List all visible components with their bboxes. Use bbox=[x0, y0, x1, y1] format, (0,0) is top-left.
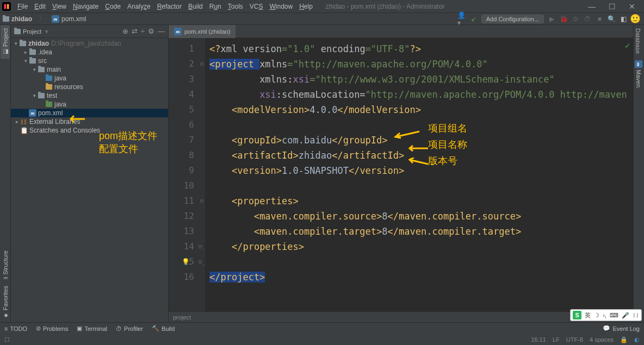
menu-tools[interactable]: Tools bbox=[225, 3, 246, 10]
left-tab-structure[interactable]: ⫴ Structure bbox=[1, 247, 10, 283]
tool-event-log[interactable]: 💬 Event Log bbox=[603, 325, 640, 332]
menu-run[interactable]: Run bbox=[206, 3, 225, 10]
menu-navigate[interactable]: Navigate bbox=[70, 3, 102, 10]
annotation-arrow-icon bbox=[407, 145, 429, 152]
left-tab-favorites[interactable]: ★ Favorites bbox=[1, 283, 10, 322]
ime-punct-icon[interactable]: ›, bbox=[603, 312, 606, 318]
tree-root[interactable]: ▾zhidaoD:\Program_java\zhidao bbox=[11, 39, 168, 48]
gear-icon[interactable]: ⚙ bbox=[148, 27, 154, 35]
tree-pom[interactable]: mpom.xml bbox=[11, 109, 168, 117]
status-lock-icon[interactable]: 🔒 bbox=[620, 336, 628, 343]
menu-analyze[interactable]: Analyze bbox=[124, 3, 154, 10]
menu-file[interactable]: File bbox=[14, 3, 31, 10]
annotation-version: 版本号 bbox=[428, 153, 457, 168]
profile-icon[interactable]: ⏱ bbox=[583, 15, 592, 23]
run-icon[interactable]: ▶ bbox=[547, 15, 556, 23]
tool-profiler[interactable]: ⏱ Profiler bbox=[116, 325, 143, 332]
right-tab-database[interactable]: Database bbox=[634, 25, 642, 57]
left-tab-project[interactable]: ◧ Project bbox=[1, 25, 10, 59]
breadcrumb-file[interactable]: mpom.xml bbox=[49, 15, 89, 23]
editor-breadcrumb[interactable]: project bbox=[169, 311, 633, 322]
close-button[interactable]: ✕ bbox=[622, 2, 642, 11]
ime-mic-icon[interactable]: 🎤 bbox=[622, 312, 629, 319]
status-position[interactable]: 16:11 bbox=[531, 336, 546, 343]
navigation-bar: zhidao 〉 mpom.xml 👤▾ ↙ Add Configuration… bbox=[0, 13, 644, 25]
window-title: zhidao - pom.xml (zhidao) - Administrato… bbox=[326, 3, 581, 10]
minimize-button[interactable]: ― bbox=[581, 2, 602, 11]
status-encoding[interactable]: UTF-8 bbox=[566, 336, 583, 343]
tree-java[interactable]: java bbox=[11, 74, 168, 83]
menu-vcs[interactable]: VCS bbox=[246, 3, 267, 10]
back-arrow-icon[interactable]: ↙ bbox=[469, 15, 478, 23]
dropdown-icon[interactable]: ▼ bbox=[44, 28, 49, 35]
menu-build[interactable]: Build bbox=[185, 3, 206, 10]
menu-code[interactable]: Code bbox=[102, 3, 124, 10]
svg-rect-1 bbox=[7, 4, 9, 9]
status-line-ending[interactable]: LF bbox=[553, 336, 560, 343]
expand-icon[interactable]: ⇄ bbox=[132, 27, 138, 35]
ime-keyboard-icon[interactable]: ⌨ bbox=[610, 312, 618, 319]
debug-icon[interactable]: 🐞 bbox=[559, 15, 568, 23]
breadcrumb-root[interactable]: zhidao bbox=[0, 15, 35, 23]
status-mem-icon[interactable]: ◐ bbox=[634, 336, 640, 343]
hide-icon[interactable]: — bbox=[158, 27, 165, 35]
status-indent[interactable]: 4 spaces bbox=[590, 336, 614, 343]
tree-src[interactable]: ▾src bbox=[11, 57, 168, 65]
tool-build[interactable]: 🔨 Build bbox=[152, 325, 175, 332]
tree-scratches[interactable]: 📋Scratches and Consoles bbox=[11, 126, 168, 135]
search-icon[interactable]: 🔍 bbox=[607, 15, 616, 23]
menu-edit[interactable]: Edit bbox=[31, 3, 49, 10]
menu-refactor[interactable]: Refactor bbox=[154, 3, 185, 10]
ime-lang[interactable]: 英 bbox=[585, 311, 591, 319]
status-tips-icon[interactable]: ☐ bbox=[4, 336, 10, 343]
tree-resources[interactable]: resources bbox=[11, 83, 168, 91]
menu-help[interactable]: Help bbox=[296, 3, 316, 10]
folder-icon bbox=[29, 49, 36, 55]
annotation-arrow-icon bbox=[393, 129, 420, 139]
folder-icon bbox=[14, 29, 21, 34]
annotation-arrow-icon bbox=[407, 158, 429, 166]
project-tree[interactable]: ▾zhidaoD:\Program_java\zhidao ▸.idea ▾sr… bbox=[11, 38, 168, 322]
main-area: ◧ Project ⫴ Structure ★ Favorites Projec… bbox=[0, 25, 644, 322]
tree-main[interactable]: ▾main bbox=[11, 65, 168, 74]
maximize-button[interactable]: ☐ bbox=[602, 2, 622, 11]
resources-folder-icon bbox=[46, 84, 52, 90]
editor-area: mpom.xml (zhidao) ✓ 12345678910111213141… bbox=[169, 25, 633, 322]
scratch-icon: 📋 bbox=[20, 127, 28, 134]
ime-menu-icon[interactable]: ⫶⫶ bbox=[633, 312, 639, 318]
fold-gutter[interactable]: ⊟ ⊟ ⊟̲💡⊟̲ bbox=[199, 38, 205, 311]
editor-tab-pom[interactable]: mpom.xml (zhidao) bbox=[169, 25, 236, 38]
editor-body[interactable]: ✓ 12345678910111213141516 ⊟ ⊟ ⊟̲💡⊟̲ <?xm… bbox=[169, 38, 633, 311]
sidebar-header: Project ▼ ⊕ ⇄ ÷ ⚙ — bbox=[11, 25, 168, 38]
folder-icon bbox=[29, 58, 36, 64]
ime-bar[interactable]: S 英 ☽ ›, ⌨ 🎤 ⫶⫶ bbox=[570, 309, 642, 321]
right-tab-maven[interactable]: mMaven bbox=[634, 57, 643, 91]
coverage-icon[interactable]: ⊙ bbox=[571, 15, 580, 23]
tree-idea[interactable]: ▸.idea bbox=[11, 48, 168, 57]
maven-file-icon: m bbox=[174, 28, 182, 35]
maven-file-icon: m bbox=[52, 15, 59, 23]
tool-problems[interactable]: ⊘ Problems bbox=[36, 325, 68, 332]
settings-chip-icon[interactable]: ◧ bbox=[619, 15, 628, 23]
tree-test[interactable]: ▾test bbox=[11, 91, 168, 100]
app-logo-icon bbox=[2, 2, 11, 11]
user-icon[interactable]: 👤▾ bbox=[457, 15, 466, 23]
annotation-group: 项目组名 bbox=[428, 121, 467, 136]
target-icon[interactable]: ⊕ bbox=[122, 27, 128, 35]
maven-icon: m bbox=[635, 60, 642, 68]
emoji-icon[interactable]: 🙂 bbox=[631, 15, 640, 23]
tree-external-libs[interactable]: ▸⫿⫿External Libraries bbox=[11, 117, 168, 126]
left-tool-strip: ◧ Project ⫴ Structure ★ Favorites bbox=[0, 25, 11, 322]
stop-icon[interactable]: ■ bbox=[595, 15, 604, 23]
tool-todo[interactable]: ≡ TODO bbox=[4, 325, 27, 332]
menu-view[interactable]: View bbox=[49, 3, 70, 10]
bulb-icon[interactable]: 💡 bbox=[182, 254, 190, 269]
tool-terminal[interactable]: ▣ Terminal bbox=[77, 325, 107, 332]
tree-test-java[interactable]: java bbox=[11, 100, 168, 109]
ime-moon-icon[interactable]: ☽ bbox=[594, 312, 599, 319]
collapse-icon[interactable]: ÷ bbox=[141, 27, 145, 35]
menu-window[interactable]: Window bbox=[266, 3, 296, 10]
source-folder-icon bbox=[46, 76, 52, 81]
code-area[interactable]: <?xml version="1.0" encoding="UTF-8"?> <… bbox=[205, 38, 633, 311]
add-configuration-button[interactable]: Add Configuration... bbox=[481, 15, 544, 23]
